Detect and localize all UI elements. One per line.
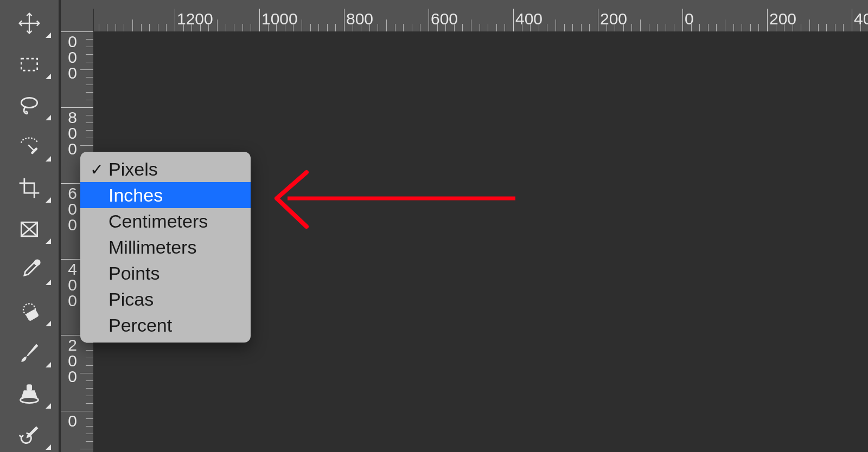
frame-tool-icon xyxy=(17,217,41,243)
ruler-tick-major xyxy=(513,9,514,31)
move-tool-icon xyxy=(17,11,41,37)
ruler-tick-minor xyxy=(784,24,784,31)
ruler-tick-minor xyxy=(192,24,192,31)
ruler-tick-minor xyxy=(149,24,150,31)
ruler-tick-minor xyxy=(226,24,226,31)
ruler-tick-minor xyxy=(302,20,302,31)
ruler-tick-major xyxy=(598,9,598,31)
ruler-tick-minor xyxy=(607,24,607,31)
ruler-tick-major xyxy=(852,9,852,31)
svg-point-11 xyxy=(21,397,39,403)
lasso-tool-icon xyxy=(17,94,41,120)
ruler-tick-minor xyxy=(835,24,835,31)
ruler-tick-minor xyxy=(183,24,184,31)
flyout-indicator-icon xyxy=(46,238,51,244)
quick-selection-tool-icon xyxy=(17,135,41,161)
ctx-item-centimeters[interactable]: Centimeters xyxy=(80,208,251,234)
toolbox xyxy=(0,0,59,452)
eyedropper-tool[interactable] xyxy=(10,259,49,284)
ruler-tick-minor xyxy=(242,24,243,31)
clone-stamp-tool[interactable] xyxy=(10,383,49,408)
ruler-tick-minor xyxy=(86,434,93,434)
ruler-tick-minor xyxy=(234,24,234,31)
ruler-tick-minor xyxy=(86,365,93,366)
flyout-indicator-icon xyxy=(46,156,51,162)
ruler-tick-minor xyxy=(217,20,218,31)
crop-tool[interactable] xyxy=(10,177,49,202)
ruler-tick-minor xyxy=(86,115,93,115)
flyout-indicator-icon xyxy=(46,115,51,120)
ruler-tick-minor xyxy=(750,24,751,31)
ruler-tick-major xyxy=(175,9,175,31)
horizontal-ruler[interactable]: 120010008006004002000200400 xyxy=(61,9,868,32)
ruler-tick-major xyxy=(429,9,429,31)
ruler-tick-minor xyxy=(395,24,395,31)
ruler-tick-minor xyxy=(80,373,93,373)
ruler-tick-minor xyxy=(361,24,361,31)
ctx-item-label: Picas xyxy=(108,289,154,310)
ruler-tick-minor xyxy=(691,24,692,31)
ctx-item-pixels[interactable]: ✓ Pixels xyxy=(80,156,251,182)
ruler-tick-minor xyxy=(674,24,674,31)
quick-selection-tool[interactable] xyxy=(10,135,49,160)
ruler-tick-minor xyxy=(285,24,285,31)
ruler-tick-minor xyxy=(318,24,319,31)
history-brush-tool[interactable] xyxy=(10,424,49,449)
ruler-tick-minor xyxy=(793,24,793,31)
ruler-tick-minor xyxy=(640,20,641,31)
ruler-tick-minor xyxy=(310,24,311,31)
ruler-tick-minor xyxy=(589,24,590,31)
ruler-tick-major xyxy=(61,107,93,108)
flyout-indicator-icon xyxy=(46,74,51,79)
flyout-indicator-icon xyxy=(46,321,51,326)
svg-point-3 xyxy=(21,98,37,107)
brush-tool-icon xyxy=(17,341,41,367)
top-strip xyxy=(0,0,868,9)
ruler-tick-minor xyxy=(86,122,93,123)
ruler-origin-corner[interactable] xyxy=(61,9,94,31)
ruler-tick-label: 600 xyxy=(64,184,80,231)
ruler-tick-minor xyxy=(539,24,539,31)
ruler-tick-minor xyxy=(572,24,573,31)
lasso-tool[interactable] xyxy=(10,94,49,119)
ruler-tick-minor xyxy=(268,24,269,31)
move-tool[interactable] xyxy=(10,12,49,37)
ctx-item-picas[interactable]: Picas xyxy=(80,286,251,312)
ruler-tick-minor xyxy=(480,24,480,31)
ctx-item-points[interactable]: Points xyxy=(80,260,251,286)
ruler-tick-minor xyxy=(200,24,201,31)
ctx-item-label: Pixels xyxy=(108,159,158,180)
ruler-tick-minor xyxy=(657,24,658,31)
ruler-tick-minor xyxy=(86,92,93,93)
ruler-tick-minor xyxy=(818,24,819,31)
ruler-tick-minor xyxy=(615,24,615,31)
ruler-tick-minor xyxy=(776,24,776,31)
brush-tool[interactable] xyxy=(10,341,49,366)
healing-brush-tool[interactable] xyxy=(10,300,49,325)
ruler-units-context-menu: ✓ Pixels Inches Centimeters Millimeters … xyxy=(80,152,251,343)
ctx-item-millimeters[interactable]: Millimeters xyxy=(80,234,251,260)
ruler-tick-label: 400 xyxy=(64,260,80,307)
ruler-tick-minor xyxy=(86,85,93,85)
ruler-tick-minor xyxy=(666,24,666,31)
ctx-item-inches[interactable]: Inches xyxy=(80,182,251,208)
ruler-tick-minor xyxy=(445,24,446,31)
ctx-item-percent[interactable]: Percent xyxy=(80,312,251,338)
flyout-indicator-icon xyxy=(46,280,51,285)
ruler-tick-major xyxy=(344,9,344,31)
rectangular-marquee-tool[interactable] xyxy=(10,53,49,78)
ruler-tick-minor xyxy=(86,358,93,358)
frame-tool[interactable] xyxy=(10,218,49,243)
ruler-tick-minor xyxy=(86,426,93,427)
ruler-tick-minor xyxy=(547,24,547,31)
flyout-indicator-icon xyxy=(46,444,51,450)
checkmark-icon: ✓ xyxy=(85,160,108,179)
ruler-tick-minor xyxy=(86,388,93,389)
ruler-tick-label: 200 xyxy=(64,336,80,383)
ruler-tick-minor xyxy=(353,24,353,31)
crop-tool-icon xyxy=(17,176,41,202)
ruler-tick-minor xyxy=(369,24,370,31)
ruler-tick-minor xyxy=(420,24,420,31)
ruler-tick-minor xyxy=(327,24,328,31)
ruler-tick-minor xyxy=(631,24,632,31)
